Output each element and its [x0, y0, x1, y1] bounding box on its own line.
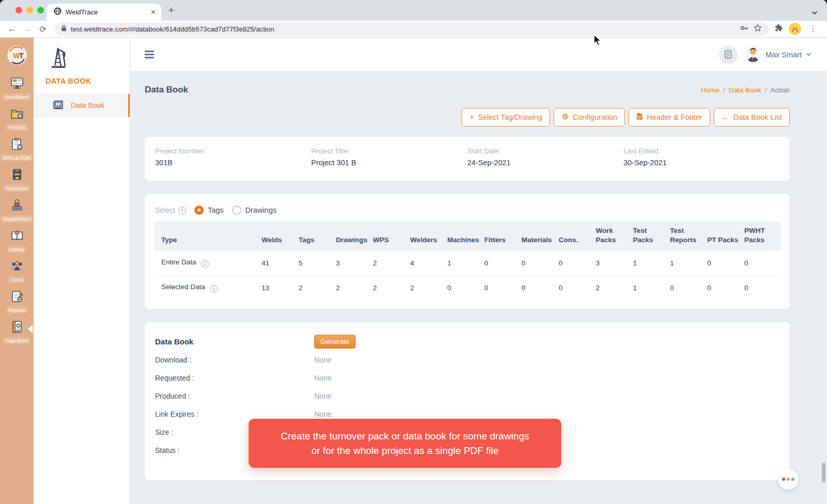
radio-selected-icon[interactable]: [194, 206, 204, 215]
data-book-list-button[interactable]: ← Data Book List: [714, 108, 790, 127]
user-menu[interactable]: Max Smart: [745, 45, 811, 64]
reports-icon: [10, 290, 24, 305]
svg-text:T: T: [19, 52, 24, 60]
chevron-down-icon: [806, 53, 811, 56]
table-cell: 0: [483, 251, 520, 276]
plus-icon: +: [469, 113, 474, 121]
info-icon[interactable]: i: [201, 260, 209, 268]
info-icon[interactable]: i: [210, 285, 218, 293]
browser-profile-avatar[interactable]: [789, 23, 801, 35]
rail-item-personnel[interactable]: Personnel: [1, 164, 33, 195]
fullscreen-window-button[interactable]: [37, 7, 44, 13]
info-icon[interactable]: i: [178, 207, 186, 214]
rail-item-reports[interactable]: Reports: [1, 286, 33, 317]
help-widget-button[interactable]: [778, 469, 799, 490]
rail-item-data-book[interactable]: Data Book: [1, 317, 33, 347]
arrow-left-icon: ←: [722, 113, 730, 121]
table-cell: 2: [409, 276, 446, 301]
weldtrace-logo-icon[interactable]: WT: [7, 45, 27, 68]
rail-item-projects[interactable]: Projects: [1, 103, 33, 134]
scrollbar-thumb[interactable]: [822, 463, 825, 482]
breadcrumb-home[interactable]: Home: [701, 86, 719, 94]
breadcrumb-separator: /: [723, 86, 725, 94]
browser-tab[interactable]: WeldTrace ✕: [47, 4, 161, 21]
radio-option-tags[interactable]: Tags: [194, 206, 224, 215]
minimize-window-button[interactable]: [26, 7, 33, 13]
projects-icon: [10, 107, 24, 122]
rail-item-users[interactable]: Users: [1, 256, 33, 286]
back-button[interactable]: ←: [5, 22, 19, 36]
toolbar-extensions-area: ⋮: [774, 22, 822, 36]
table-cell: 0: [743, 251, 780, 276]
rail-item-organization[interactable]: Organization: [1, 195, 33, 225]
organization-icon: [10, 198, 24, 214]
page-title: Data Book: [145, 85, 188, 95]
url-bar[interactable]: test.weldtrace.com/#/databook/614ddd5b57…: [55, 23, 769, 36]
project-info-card: Project Number:301BProject Title:Project…: [145, 137, 790, 181]
column-header-wps: WPS: [372, 222, 409, 251]
tab-overflow-chevron-icon[interactable]: [811, 8, 818, 17]
breadcrumb-data-book[interactable]: Data Book: [729, 86, 761, 94]
radio-unselected-icon[interactable]: [232, 206, 241, 215]
column-header-drawings: Drawings: [335, 222, 372, 251]
forward-button[interactable]: →: [21, 22, 34, 36]
table-cell: 0: [520, 276, 558, 301]
row-type-label: Entire Data i: [154, 251, 261, 276]
close-window-button[interactable]: [16, 7, 22, 13]
column-header-work-packs: Work Packs: [595, 222, 632, 251]
tab-close-icon[interactable]: ✕: [150, 8, 156, 16]
table-cell: 4: [409, 251, 446, 276]
gear-icon: [561, 113, 569, 122]
reload-button[interactable]: ⟳: [36, 22, 50, 36]
sidebar-item-data-book[interactable]: Data Book: [34, 94, 130, 117]
databook-icon: [10, 320, 24, 336]
radio-option-drawings[interactable]: Drawings: [232, 206, 277, 215]
header-footer-button[interactable]: Header & Footer: [629, 108, 710, 127]
icon-rail: WT DashboardProjectsWPS & PQRPersonnelOr…: [0, 38, 34, 504]
data-book-item-icon: [52, 99, 64, 112]
new-tab-button[interactable]: +: [169, 6, 174, 14]
extensions-puzzle-icon[interactable]: [774, 23, 784, 35]
databook-field-requested: Requested :None: [155, 371, 779, 385]
user-name: Max Smart: [765, 51, 802, 59]
select-label: Select: [155, 206, 175, 214]
column-header-welders: Welders: [409, 222, 446, 251]
rail-item-library[interactable]: Library: [1, 225, 33, 256]
generate-button[interactable]: Generate: [314, 335, 356, 349]
key-icon[interactable]: [739, 23, 749, 35]
column-header-test-packs: Test Packs: [632, 222, 669, 251]
table-cell: 0: [706, 276, 743, 301]
table-cell: 0: [669, 276, 706, 301]
row-type-label: Selected Data i: [154, 276, 261, 301]
notebook-button[interactable]: [719, 45, 738, 64]
rail-items: DashboardProjectsWPS & PQRPersonnelOrgan…: [1, 73, 33, 347]
widget-dot-blue: [791, 478, 794, 481]
table-cell: 13: [261, 276, 298, 301]
browser-toolbar: ← → ⟳ test.weldtrace.com/#/databook/614d…: [0, 21, 827, 38]
configuration-button[interactable]: Configuration: [554, 108, 625, 127]
column-header-welds: Welds: [261, 222, 298, 251]
browser-tabstrip: WeldTrace ✕ +: [0, 0, 827, 21]
table-row-selected-data: Selected Data i132222000021000: [154, 276, 780, 301]
sidebar-item-label: Data Book: [71, 101, 104, 109]
table-cell: 0: [483, 276, 520, 301]
table-cell: 2: [372, 251, 409, 276]
table-cell: 3: [595, 251, 632, 276]
rail-item-wps-pqr[interactable]: WPS & PQR: [1, 134, 33, 164]
column-header-pt-packs: PT Packs: [706, 222, 743, 251]
table-cell: 1: [446, 251, 483, 276]
column-header-materials: Materials: [520, 222, 558, 251]
lock-icon: [61, 24, 67, 34]
bookmark-star-icon[interactable]: [753, 23, 762, 35]
breadcrumb-separator: /: [765, 86, 767, 94]
browser-menu-icon[interactable]: ⋮: [806, 22, 820, 36]
action-buttons-row: + Select Tag/Drawing Configuration Hea: [145, 108, 790, 127]
project-field-project-number: Project Number:301B: [155, 147, 311, 167]
rail-item-dashboard[interactable]: Dashboard: [1, 73, 33, 103]
wps-pqr-icon: [10, 137, 24, 153]
table-cell: 0: [446, 276, 483, 301]
table-cell: 1: [632, 276, 669, 301]
hamburger-menu-icon[interactable]: [145, 51, 154, 58]
macos-traffic-lights: [16, 7, 44, 13]
select-tag-drawing-button[interactable]: + Select Tag/Drawing: [462, 108, 550, 127]
